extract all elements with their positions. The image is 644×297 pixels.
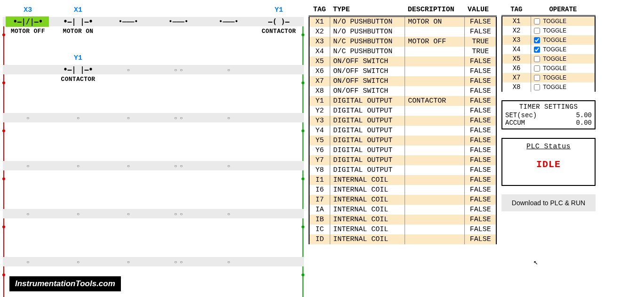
left-power-rail — [3, 18, 4, 297]
rung1-slot4-conn[interactable]: •———• — [153, 18, 204, 25]
rung1-slot3-conn[interactable]: •———• — [103, 18, 153, 25]
coil-tag-label: Y1 — [254, 6, 304, 14]
rung2-slot2-no-contact[interactable]: Y1 •—| |—• CONTACTOR — [53, 65, 103, 74]
tag-row[interactable]: ID INTERNAL COIL FALSE — [309, 234, 496, 244]
contact-tag-label: X1 — [53, 6, 103, 14]
empty-slot[interactable]: ○ — [3, 258, 53, 265]
no-contact-symbol: •—| |—• — [63, 65, 93, 74]
rung1-slot5-conn[interactable]: •———• — [204, 18, 254, 25]
empty-slot[interactable]: ○ — [53, 258, 103, 265]
tag-row[interactable]: I1 INTERNAL COIL FALSE — [309, 175, 496, 185]
tag-row[interactable]: Y8 DIGITAL OUTPUT FALSE — [309, 165, 496, 175]
rung-4[interactable]: ○ ○ ○ ○ ○ ○ — [3, 161, 304, 196]
toggle-checkbox[interactable] — [534, 84, 540, 90]
rung1-slot1-nc-contact[interactable]: X3 •—|/|—• MOTOR OFF — [3, 17, 53, 26]
toggle-checkbox[interactable] — [534, 37, 540, 43]
empty-slot[interactable]: ○ — [3, 114, 53, 121]
empty-slot[interactable]: ○ — [204, 114, 254, 121]
empty-slot[interactable]: ○ — [53, 162, 103, 169]
tag-row[interactable]: X6 ON/OFF SWITCH FALSE — [309, 66, 496, 76]
empty-slot[interactable]: ○ — [53, 114, 103, 121]
toggle-checkbox[interactable] — [534, 18, 540, 24]
empty-slot[interactable]: ○ ○ — [153, 162, 204, 169]
toggle-checkbox[interactable] — [534, 56, 540, 62]
tag-row[interactable]: Y7 DIGITAL OUTPUT FALSE — [309, 155, 496, 165]
operate-cell-toggle[interactable]: TOGGLE — [531, 26, 595, 35]
tag-cell-desc — [405, 234, 465, 244]
tag-row[interactable]: Y4 DIGITAL OUTPUT FALSE — [309, 126, 496, 136]
empty-slot[interactable]: ○ — [204, 162, 254, 169]
tag-row[interactable]: X8 ON/OFF SWITCH FALSE — [309, 86, 496, 96]
tag-cell-tag: X8 — [309, 86, 330, 96]
tag-cell-desc — [405, 47, 465, 56]
tag-row[interactable]: IA INTERNAL COIL FALSE — [309, 205, 496, 215]
empty-slot[interactable]: ○ — [204, 210, 254, 217]
tag-row[interactable]: I6 INTERNAL COIL FALSE — [309, 185, 496, 195]
operate-cell-toggle[interactable]: TOGGLE — [531, 45, 595, 54]
tag-cell-val: FALSE — [465, 16, 496, 27]
rung-2[interactable]: Y1 •—| |—• CONTACTOR ○ ○ ○ ○ — [3, 65, 304, 100]
rung-5[interactable]: ○ ○ ○ ○ ○ ○ — [3, 209, 304, 244]
empty-slot[interactable]: ○ ○ — [153, 258, 204, 265]
tag-row[interactable]: X7 ON/OFF SWITCH FALSE — [309, 76, 496, 86]
tag-cell-type: DIGITAL OUTPUT — [330, 155, 405, 165]
empty-slot[interactable]: ○ ○ — [153, 210, 204, 217]
tag-row[interactable]: Y6 DIGITAL OUTPUT FALSE — [309, 145, 496, 155]
empty-slot[interactable]: ○ — [3, 162, 53, 169]
tag-row[interactable]: IB INTERNAL COIL FALSE — [309, 215, 496, 225]
toggle-checkbox[interactable] — [534, 65, 540, 72]
empty-slot[interactable]: ○ — [53, 210, 103, 217]
operate-cell-toggle[interactable]: TOGGLE — [531, 16, 595, 26]
download-run-button[interactable]: Download to PLC & RUN — [501, 194, 596, 211]
rung2-slot5-empty[interactable]: ○ — [204, 66, 254, 73]
contact-desc-label: CONTACTOR — [53, 76, 103, 83]
tag-row[interactable]: X5 ON/OFF SWITCH FALSE — [309, 56, 496, 66]
tag-cell-val: FALSE — [465, 27, 496, 37]
tag-cell-val: FALSE — [465, 106, 496, 116]
rung1-slot2-no-contact[interactable]: X1 •—| |—• MOTOR ON — [53, 17, 103, 26]
timer-set-value[interactable]: 5.00 — [576, 112, 592, 119]
tag-cell-tag: I6 — [309, 185, 330, 195]
tag-row[interactable]: X4 N/C PUSHBUTTON TRUE — [309, 47, 496, 56]
toggle-checkbox[interactable] — [534, 28, 540, 34]
rung2-slot3-empty[interactable]: ○ — [103, 66, 153, 73]
rung-3[interactable]: ○ ○ ○ ○ ○ ○ — [3, 113, 304, 148]
tag-row[interactable]: I7 INTERNAL COIL FALSE — [309, 195, 496, 205]
tag-row[interactable]: Y3 DIGITAL OUTPUT FALSE — [309, 116, 496, 126]
tag-cell-type: N/O PUSHBUTTON — [330, 16, 405, 27]
rail-dot-left — [2, 129, 5, 132]
right-power-rail — [302, 18, 303, 297]
tag-row[interactable]: X1 N/O PUSHBUTTON MOTOR ON FALSE — [309, 16, 496, 27]
tag-row[interactable]: IC INTERNAL COIL FALSE — [309, 225, 496, 234]
empty-slot[interactable]: ○ — [103, 162, 153, 169]
tag-row[interactable]: X3 N/C PUSHBUTTON MOTOR OFF TRUE — [309, 37, 496, 47]
tag-cell-type: DIGITAL OUTPUT — [330, 96, 405, 106]
operate-cell-toggle[interactable]: TOGGLE — [531, 73, 595, 82]
tag-row[interactable]: X2 N/O PUSHBUTTON FALSE — [309, 27, 496, 37]
toggle-checkbox[interactable] — [534, 75, 540, 81]
empty-slot[interactable]: ○ — [103, 210, 153, 217]
empty-slot[interactable]: ○ — [103, 114, 153, 121]
timer-accum-value: 0.00 — [576, 119, 592, 127]
tag-row[interactable]: Y5 DIGITAL OUTPUT FALSE — [309, 136, 496, 145]
empty-slot[interactable]: ○ — [3, 210, 53, 217]
rung-1[interactable]: X3 •—|/|—• MOTOR OFF X1 •—| |—• MOTOR ON… — [3, 17, 304, 52]
operate-cell-toggle[interactable]: TOGGLE — [531, 82, 595, 92]
timer-title: TIMER SETTINGS — [505, 103, 592, 111]
tag-row[interactable]: Y2 DIGITAL OUTPUT FALSE — [309, 106, 496, 116]
rung2-slot4-empty[interactable]: ○ ○ — [153, 66, 204, 73]
empty-slot[interactable]: ○ — [103, 258, 153, 265]
tag-cell-type: ON/OFF SWITCH — [330, 86, 405, 96]
empty-slot[interactable]: ○ ○ — [153, 114, 204, 121]
empty-slot[interactable]: ○ — [204, 258, 254, 265]
operate-cell-toggle[interactable]: TOGGLE — [531, 35, 595, 45]
rail-dot-left — [2, 177, 5, 180]
toggle-checkbox[interactable] — [534, 47, 540, 53]
operate-cell-toggle[interactable]: TOGGLE — [531, 54, 595, 64]
tag-cell-desc — [405, 175, 465, 185]
rung1-slot6-coil[interactable]: Y1 —( )— CONTACTOR — [254, 17, 304, 26]
operate-cell-toggle[interactable]: TOGGLE — [531, 64, 595, 73]
tag-row[interactable]: Y1 DIGITAL OUTPUT CONTACTOR FALSE — [309, 96, 496, 106]
tag-header-type: TYPE — [330, 4, 405, 16]
ladder-diagram-panel[interactable]: X3 •—|/|—• MOTOR OFF X1 •—| |—• MOTOR ON… — [3, 4, 304, 297]
